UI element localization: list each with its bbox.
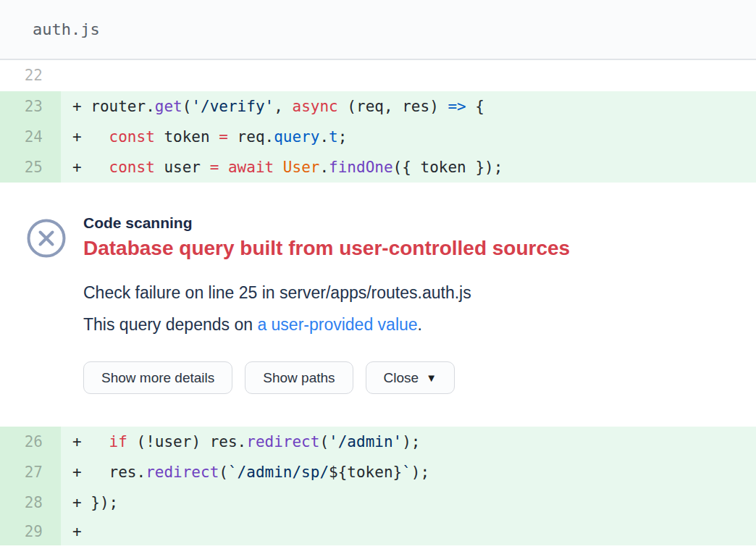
show-more-details-label: Show more details <box>101 370 214 386</box>
file-name: auth.js <box>33 20 100 38</box>
code-token: , <box>274 98 292 115</box>
line-number-28[interactable]: 28 <box>0 487 61 518</box>
alert-title: Database query built from user-controlle… <box>83 235 570 261</box>
close-label: Close <box>384 370 419 386</box>
code-token: = <box>210 159 219 176</box>
code-token: `/admin/sp/ <box>228 464 329 481</box>
code-token: = <box>219 128 228 146</box>
code-token: + <box>72 433 109 450</box>
code-token: const <box>109 128 155 146</box>
diff-hunk-top: 2223+ router.get('/verify', async (req, … <box>0 60 756 183</box>
diff-line-28: 28+ }); <box>0 487 756 518</box>
line-number-25[interactable]: 25 <box>0 152 61 183</box>
diff-line-27: 27+ res.redirect(`/admin/sp/${token}`); <box>0 457 756 487</box>
code-token: findOne <box>329 159 393 176</box>
code-token: ` <box>402 464 411 481</box>
code-token: '/admin' <box>329 433 402 450</box>
code-token: + router. <box>72 98 155 115</box>
line-number-26[interactable]: 26 <box>0 427 61 457</box>
diff-line-26: 26+ if (!user) res.redirect('/admin'); <box>0 427 756 457</box>
code-token: redirect <box>146 464 219 481</box>
code-token: User <box>283 159 320 176</box>
code-token: => <box>448 98 466 115</box>
diff-view: 2223+ router.get('/verify', async (req, … <box>0 60 756 545</box>
code-token <box>274 159 283 176</box>
code-token: redirect <box>246 433 319 450</box>
code-line-28: + }); <box>61 487 756 518</box>
diff-line-29: 29+ <box>0 518 756 545</box>
code-token: . <box>319 128 329 146</box>
code-token: . <box>319 159 329 176</box>
line-number-22[interactable]: 22 <box>0 60 61 91</box>
diff-line-22: 22 <box>0 60 756 91</box>
code-token: ( <box>219 464 228 481</box>
code-token: ; <box>338 128 348 146</box>
code-token: ( <box>182 98 192 115</box>
code-token: get <box>155 98 182 115</box>
line-number-29[interactable]: 29 <box>0 518 61 545</box>
diff-line-23: 23+ router.get('/verify', async (req, re… <box>0 91 756 122</box>
line-number-27[interactable]: 27 <box>0 457 61 487</box>
code-line-22 <box>61 60 756 91</box>
code-line-29: + <box>61 518 756 545</box>
user-provided-value-link[interactable]: a user-provided value <box>257 315 417 334</box>
code-line-25: + const user = await User.findOne({ toke… <box>61 152 756 183</box>
dropdown-caret-icon: ▼ <box>426 372 437 384</box>
alert-description-suffix: . <box>418 315 422 334</box>
code-line-23: + router.get('/verify', async (req, res)… <box>61 91 756 122</box>
code-token: ( <box>319 433 329 450</box>
show-paths-label: Show paths <box>263 370 335 386</box>
code-token: if <box>109 433 127 450</box>
alert-location-text: Check failure on line 25 in server/apps/… <box>83 282 570 303</box>
code-token: ); <box>411 464 429 481</box>
alert-body: Code scanning Database query built from … <box>66 213 570 427</box>
code-line-24: + const token = req.query.t; <box>61 122 756 152</box>
code-line-27: + res.redirect(`/admin/sp/${token}`); <box>61 457 756 487</box>
show-more-details-button[interactable]: Show more details <box>83 361 232 394</box>
code-token: await <box>228 159 274 176</box>
code-token <box>219 159 228 176</box>
diff-line-25: 25+ const user = await User.findOne({ to… <box>0 152 756 183</box>
close-button[interactable]: Close ▼ <box>366 361 455 394</box>
show-paths-button[interactable]: Show paths <box>245 361 353 394</box>
code-token: ({ token }); <box>393 159 503 176</box>
code-token: t <box>329 128 338 146</box>
alert-description: This query depends on a user-provided va… <box>83 314 570 335</box>
code-scanning-alert: Code scanning Database query built from … <box>0 183 756 427</box>
code-token: token <box>155 128 219 146</box>
line-number-24[interactable]: 24 <box>0 122 61 152</box>
code-token: + <box>72 523 82 540</box>
code-token: { <box>466 98 484 115</box>
line-number-23[interactable]: 23 <box>0 91 61 122</box>
code-token: (!user) res. <box>127 433 246 450</box>
code-token: '/verify' <box>191 98 274 115</box>
code-token: + res. <box>72 464 146 481</box>
diff-hunk-bottom: 26+ if (!user) res.redirect('/admin');27… <box>0 427 756 545</box>
diff-line-24: 24+ const token = req.query.t; <box>0 122 756 152</box>
code-token: (req, res) <box>338 98 448 115</box>
alert-tool-label: Code scanning <box>83 213 570 232</box>
code-token: user <box>155 159 210 176</box>
file-header: auth.js <box>0 0 756 60</box>
code-token: + <box>72 128 109 146</box>
code-token: ); <box>402 433 420 450</box>
code-token: async <box>292 98 337 115</box>
alert-buttons: Show more details Show paths Close ▼ <box>83 361 570 394</box>
code-token: query <box>274 128 319 146</box>
code-token: + <box>72 159 109 176</box>
code-token: + }); <box>72 494 118 511</box>
code-token: const <box>109 159 155 176</box>
code-token: ${token} <box>329 464 402 481</box>
circle-x-icon <box>27 219 66 258</box>
code-token: req. <box>228 128 274 146</box>
alert-description-prefix: This query depends on <box>83 315 257 334</box>
code-line-26: + if (!user) res.redirect('/admin'); <box>61 427 756 457</box>
